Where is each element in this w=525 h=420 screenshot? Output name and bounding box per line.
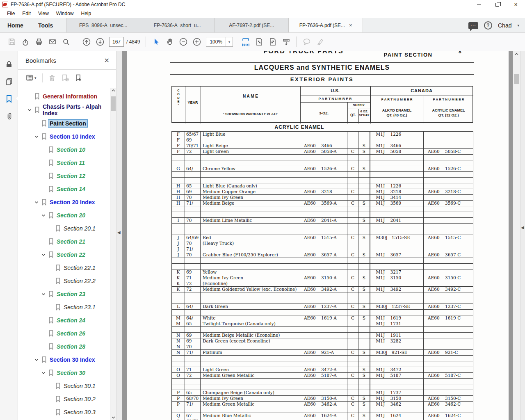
table-row: F72Light GreenAE60 5058-ACSM1J 5058AE60 … bbox=[172, 149, 473, 155]
highlight-button[interactable] bbox=[313, 35, 327, 49]
next-page-button[interactable] bbox=[93, 35, 107, 49]
bookmark-flag-icon bbox=[48, 173, 54, 179]
tab-home[interactable]: Home bbox=[0, 18, 31, 32]
chevron-down-icon[interactable] bbox=[40, 253, 47, 256]
help-icon[interactable]: ? bbox=[484, 21, 492, 30]
active-panel-notch bbox=[14, 96, 18, 101]
bookmark-item[interactable]: Section 21 bbox=[18, 235, 110, 248]
bookmark-item[interactable]: Section 12 bbox=[18, 169, 110, 183]
menu-file[interactable]: File bbox=[3, 10, 18, 17]
expand-right-panel-icon[interactable]: ◀ bbox=[521, 225, 524, 230]
bookmark-item[interactable]: Section 14 bbox=[18, 183, 110, 196]
fit-page-button[interactable] bbox=[252, 35, 266, 49]
zoom-out-button[interactable] bbox=[176, 35, 190, 49]
bookmark-item[interactable]: Section 30.3 bbox=[18, 406, 110, 419]
add-bookmark-button[interactable] bbox=[62, 74, 69, 82]
tab-tools[interactable]: Tools bbox=[31, 18, 60, 32]
hand-tool-button[interactable] bbox=[163, 35, 176, 49]
bookmark-item[interactable]: Section 10 bbox=[18, 143, 110, 156]
bookmark-item[interactable]: Section 30 Index bbox=[18, 353, 110, 366]
document-scrollbar[interactable] bbox=[513, 51, 520, 420]
bookmark-item[interactable]: General Information bbox=[18, 90, 110, 103]
zoom-in-button[interactable] bbox=[190, 35, 203, 49]
chevron-down-icon[interactable] bbox=[40, 372, 47, 374]
previous-page-button[interactable] bbox=[80, 35, 93, 49]
table-row: M65Twilight Turquoise (Canada only)M1J 1… bbox=[172, 321, 473, 327]
chevron-down-icon[interactable] bbox=[40, 214, 47, 217]
minimize-button[interactable] bbox=[470, 0, 488, 9]
bookmark-item[interactable]: Section 20 bbox=[18, 209, 110, 222]
expand-current-bookmark-button[interactable] bbox=[75, 74, 82, 82]
bookmark-item[interactable]: Paint Section bbox=[18, 117, 110, 130]
menu-edit[interactable]: Edit bbox=[18, 10, 34, 17]
user-caret-icon[interactable]: ▾ bbox=[517, 23, 519, 27]
bookmark-item[interactable]: Section 22 bbox=[18, 248, 110, 261]
email-button[interactable] bbox=[46, 35, 59, 49]
bookmark-item[interactable]: Section 11 bbox=[18, 156, 110, 169]
chevron-down-icon[interactable] bbox=[33, 358, 40, 361]
bookmark-item[interactable]: Section 23.1 bbox=[18, 301, 110, 314]
select-tool-button[interactable] bbox=[149, 35, 163, 49]
tab-close-icon[interactable]: × bbox=[349, 22, 352, 28]
bookmarks-panel-button[interactable] bbox=[4, 94, 14, 104]
bookmark-item[interactable]: Section 24 bbox=[18, 314, 110, 327]
menu-help[interactable]: Help bbox=[78, 10, 95, 17]
bookmark-item[interactable]: Section 23 bbox=[18, 288, 110, 301]
bookmark-item[interactable]: Chassis Parts - Alpah Index bbox=[18, 103, 110, 117]
bookmark-options-button[interactable]: ▾ bbox=[26, 75, 37, 81]
save-button[interactable] bbox=[5, 35, 18, 49]
user-account-button[interactable]: Chad bbox=[498, 22, 511, 29]
zoom-caret-icon[interactable]: ▾ bbox=[226, 37, 233, 46]
close-button[interactable]: ✕ bbox=[507, 0, 525, 9]
document-tab-active[interactable]: FP-7636-A.pdf (SE... × bbox=[289, 18, 363, 32]
bookmark-item[interactable]: Section 20.1 bbox=[18, 222, 110, 235]
document-tab[interactable]: FP-7636-A_short_u... bbox=[140, 18, 215, 32]
window-title: FP-7636-A.pdf (SECURED) - Adobe Acrobat … bbox=[11, 2, 125, 7]
navigation-rail bbox=[0, 51, 18, 420]
menu-view[interactable]: View bbox=[34, 10, 52, 17]
table-row: N69Medium Beige Metallic (Econoline)M1J … bbox=[172, 333, 473, 338]
chevron-down-icon[interactable] bbox=[26, 109, 33, 112]
bookmark-item[interactable]: Section 26 bbox=[18, 327, 110, 340]
col-us-part: P A R T N U M B E R bbox=[300, 97, 370, 101]
page-number-input[interactable]: 167 bbox=[109, 37, 124, 47]
bookmark-item[interactable]: Section 28 bbox=[18, 340, 110, 353]
chevron-down-icon[interactable] bbox=[33, 201, 40, 204]
bookmarks-scrollbar-thumb[interactable] bbox=[111, 96, 116, 111]
acrobat-app-icon bbox=[2, 2, 8, 7]
scrolling-mode-button[interactable] bbox=[279, 35, 293, 49]
security-panel-button[interactable] bbox=[4, 59, 14, 69]
document-scrollbar-thumb[interactable] bbox=[514, 74, 519, 84]
search-button[interactable] bbox=[59, 35, 73, 49]
bookmark-item[interactable]: Section 20 Index bbox=[18, 196, 110, 209]
panel-close-icon[interactable]: ✕ bbox=[104, 57, 110, 64]
bookmark-item[interactable]: Section 30.1 bbox=[18, 379, 110, 393]
menu-window[interactable]: Window bbox=[52, 10, 78, 17]
bookmark-item[interactable]: Section 22.2 bbox=[18, 274, 110, 288]
document-tab[interactable]: FPS_8096-A_unsec... bbox=[66, 18, 140, 32]
actual-size-button[interactable] bbox=[266, 35, 279, 49]
attachments-panel-button[interactable] bbox=[4, 111, 14, 121]
chevron-down-icon[interactable] bbox=[33, 135, 40, 138]
panel-splitter[interactable]: ◀ bbox=[116, 51, 122, 420]
menu-bar: File Edit View Window Help bbox=[0, 9, 525, 18]
print-button[interactable] bbox=[32, 35, 46, 49]
bookmark-item[interactable]: Section 30 bbox=[18, 366, 110, 379]
bookmark-item[interactable]: Section 30.2 bbox=[18, 393, 110, 406]
zoom-level-select[interactable]: 100% ▾ bbox=[206, 37, 233, 47]
bookmark-item[interactable]: Section 22.1 bbox=[18, 261, 110, 274]
page-thumbnails-button[interactable] bbox=[4, 77, 14, 87]
bookmarks-scrollbar[interactable] bbox=[110, 88, 116, 420]
bookmark-item[interactable]: Section 10 Index bbox=[18, 130, 110, 143]
fit-width-button[interactable] bbox=[239, 35, 252, 49]
comment-button[interactable] bbox=[300, 35, 313, 49]
collapse-panel-icon[interactable]: ◀ bbox=[117, 230, 121, 235]
page-down-icon bbox=[96, 37, 105, 46]
chevron-down-icon[interactable] bbox=[40, 293, 47, 296]
share-button[interactable] bbox=[18, 35, 32, 49]
feedback-bubble-icon[interactable]: ··· bbox=[468, 22, 478, 29]
restore-button[interactable] bbox=[488, 0, 507, 9]
right-panel-strip[interactable]: ◀ bbox=[520, 51, 525, 420]
delete-bookmark-button[interactable] bbox=[48, 74, 56, 82]
document-tab[interactable]: AF-7697-2.pdf (SE... bbox=[215, 18, 289, 32]
